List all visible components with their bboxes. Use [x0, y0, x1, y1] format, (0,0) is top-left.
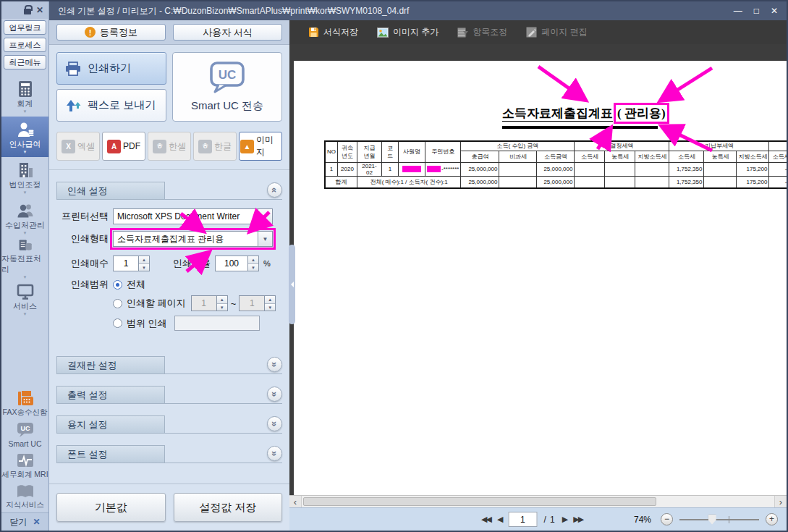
sidebar-button-worklink[interactable]: 업무링크: [4, 20, 46, 35]
chevron-down-icon: ▼: [23, 191, 27, 194]
spin-up-icon[interactable]: ▲: [139, 256, 149, 263]
sidebar-item-auto-voucher[interactable]: 자동전표처리 ▼: [1, 238, 48, 279]
range-custom-radio[interactable]: [113, 318, 122, 328]
expand-button[interactable]: »: [267, 446, 282, 461]
expand-button[interactable]: »: [267, 387, 282, 402]
chevron-down-icon: ▼: [23, 313, 27, 316]
smart-uc-send-button[interactable]: UC Smart UC 전송: [172, 52, 282, 122]
pulse-monitor-icon: [16, 452, 35, 468]
upload-arrows-icon: [65, 98, 81, 112]
close-button[interactable]: ✕: [771, 6, 778, 16]
sidebar-button-process[interactable]: 프로세스: [4, 38, 46, 52]
edit-page-button[interactable]: 페이지 편집: [526, 26, 587, 38]
sidebar-item-accounting[interactable]: 회계 ▼: [1, 76, 48, 117]
send-fax-label: 팩스로 보내기: [88, 98, 156, 112]
adjust-items-button[interactable]: 항목조정: [457, 26, 507, 38]
document-title: 소득자료제출집계표( 관리용): [502, 103, 669, 129]
sidebar-item-fax-box[interactable]: FAX송수신함: [1, 388, 48, 419]
range-from-value[interactable]: 1: [191, 295, 217, 311]
range-custom-label: 범위 인쇄: [127, 317, 167, 330]
prev-page-icon[interactable]: ◀: [497, 515, 501, 524]
sidebar-close-icon[interactable]: ✕: [36, 5, 43, 15]
font-section-tab: 폰트 설정: [56, 445, 165, 463]
sidebar-item-label: 법인조정: [9, 180, 41, 190]
zoom-in-button[interactable]: +: [766, 513, 778, 525]
collapse-button[interactable]: «: [267, 182, 282, 198]
sidebar-button-recent[interactable]: 최근메뉴: [4, 55, 46, 69]
range-custom-input[interactable]: [174, 316, 260, 331]
minimize-button[interactable]: —: [734, 6, 742, 16]
scroll-left-icon[interactable]: ‹: [289, 496, 302, 507]
copies-stepper: 1 ▲▼: [113, 256, 150, 271]
preview-panel: 서식저장 이미지 추가 항목조정 페이지 편집: [289, 20, 787, 531]
sidebar-close-button[interactable]: 닫기 ✕: [1, 512, 48, 531]
range-pages-radio[interactable]: [113, 299, 122, 308]
hancell-icon: ㅎ: [153, 140, 166, 153]
scroll-right-icon[interactable]: ›: [774, 496, 787, 507]
scrollbar-thumb[interactable]: [303, 497, 656, 506]
scale-value[interactable]: 100: [215, 256, 248, 271]
sidebar-item-service[interactable]: 서비스 ▼: [1, 279, 48, 319]
zoom-slider[interactable]: [679, 519, 759, 520]
last-page-icon[interactable]: ▶▶: [573, 515, 582, 524]
print-format-dropdown-button[interactable]: ▼: [258, 231, 273, 247]
range-all-label: 전체: [127, 278, 145, 291]
maximize-button[interactable]: □: [754, 6, 759, 16]
sidebar-item-smart-uc[interactable]: UC Smart UC: [1, 419, 48, 450]
spin-up-icon[interactable]: ▲: [248, 256, 258, 263]
spin-down-icon[interactable]: ▼: [217, 303, 227, 311]
copies-value[interactable]: 1: [113, 256, 139, 271]
print-button[interactable]: 인쇄하기: [56, 52, 166, 85]
zoom-slider-tick: [729, 516, 729, 523]
sidebar-item-tax-mri[interactable]: 세무회계 MRI: [1, 450, 48, 481]
spin-down-icon[interactable]: ▼: [248, 263, 258, 271]
export-hangul-button[interactable]: ㅎ 한글: [193, 132, 237, 161]
print-settings-panel: ! 등록정보 사용자 서식 인쇄하기: [49, 20, 289, 531]
spin-down-icon[interactable]: ▼: [265, 303, 275, 311]
edit-page-icon: [526, 27, 537, 38]
sidebar-item-label: Smart UC: [8, 439, 41, 448]
next-page-icon[interactable]: ▶: [562, 515, 567, 524]
sidebar-item-knowledge[interactable]: 지식서비스: [1, 481, 48, 512]
current-page-input[interactable]: 1: [508, 512, 537, 527]
lock-icon[interactable]: [24, 9, 31, 14]
add-image-label: 이미지 추가: [393, 26, 439, 38]
export-excel-button[interactable]: X 엑셀: [56, 132, 100, 161]
sidebar-item-vendor-mgmt[interactable]: 수입처관리 ▼: [1, 198, 48, 238]
range-to-value[interactable]: 1: [239, 295, 265, 311]
spin-up-icon[interactable]: ▲: [217, 296, 227, 303]
sidebar-item-corporate-adjust[interactable]: 법인조정 ▼: [1, 157, 48, 198]
printer-dropdown-button[interactable]: ▼: [258, 208, 273, 224]
output-section-tab: 출력 설정: [56, 386, 165, 403]
register-info-button[interactable]: ! 등록정보: [56, 24, 166, 41]
zoom-out-button[interactable]: −: [661, 513, 673, 525]
range-all-radio[interactable]: [113, 280, 122, 290]
sidebar-item-hr-payroll[interactable]: 인사급여 ▼: [1, 117, 48, 157]
export-pdf-button[interactable]: A PDF: [102, 132, 145, 161]
save-settings-button[interactable]: 설정값 저장: [174, 493, 283, 522]
preview-canvas[interactable]: 소득자료제출집계표( 관리용): [289, 44, 787, 495]
splitter-handle[interactable]: [289, 245, 295, 324]
printer-select-value[interactable]: Microsoft XPS Document Writer: [113, 208, 258, 224]
chevron-down-icon: ▼: [23, 110, 27, 113]
default-values-button[interactable]: 기본값: [56, 493, 166, 522]
panel-top-strip: ! 등록정보 사용자 서식: [49, 20, 289, 45]
employee-name-cell: [399, 162, 425, 176]
spin-down-icon[interactable]: ▼: [139, 263, 149, 271]
zoom-slider-thumb[interactable]: [708, 515, 716, 525]
printer-icon: [65, 62, 81, 76]
export-hancell-button[interactable]: ㅎ 한셀: [148, 132, 191, 161]
user-form-button[interactable]: 사용자 서식: [173, 24, 282, 41]
spin-up-icon[interactable]: ▲: [265, 296, 275, 303]
save-form-button[interactable]: 서식저장: [308, 26, 358, 38]
expand-button[interactable]: »: [267, 416, 282, 431]
add-image-button[interactable]: 이미지 추가: [377, 26, 439, 38]
send-fax-button[interactable]: 팩스로 보내기: [56, 89, 166, 122]
approval-section-header: 결재란 설정 »: [56, 356, 282, 374]
export-image-button[interactable]: ▲ 이미지: [239, 132, 282, 161]
svg-text:UC: UC: [219, 68, 237, 82]
print-format-value[interactable]: 소득자료제출집계표 관리용: [113, 231, 258, 247]
expand-button[interactable]: »: [267, 357, 282, 372]
horizontal-scrollbar[interactable]: ‹ ›: [289, 495, 787, 507]
first-page-icon[interactable]: ◀◀: [481, 515, 491, 524]
